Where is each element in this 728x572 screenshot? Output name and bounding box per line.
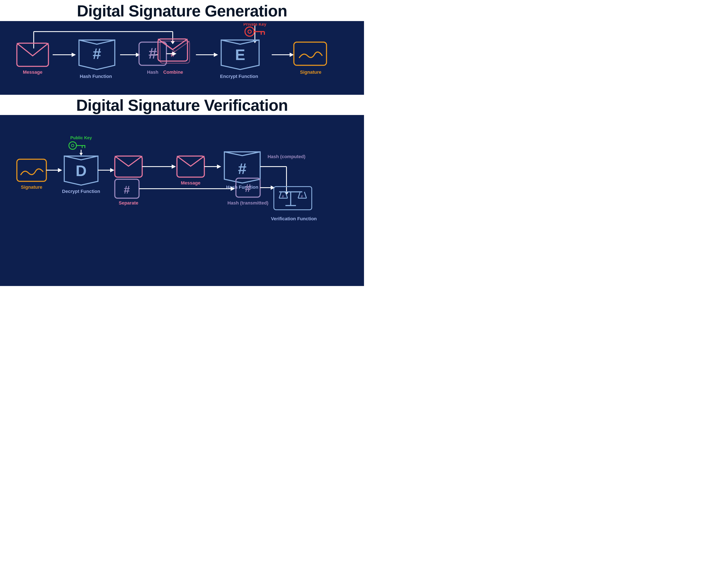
svg-text:#: # — [148, 45, 157, 62]
svg-marker-15 — [290, 53, 294, 57]
svg-marker-36 — [58, 168, 62, 172]
svg-text:#: # — [301, 195, 303, 198]
svg-text:Public Key: Public Key — [70, 135, 92, 140]
svg-text:#: # — [124, 184, 130, 196]
svg-text:#: # — [245, 182, 251, 194]
label-encryptfunc: Encrypt Function — [220, 74, 258, 79]
verification-title: Digital Signature Verification — [4, 97, 360, 114]
label-message-v: Message — [181, 180, 201, 186]
svg-marker-3 — [171, 41, 175, 44]
svg-marker-44 — [79, 153, 83, 156]
svg-line-68 — [279, 192, 281, 198]
label-sig-v: Signature — [21, 185, 42, 190]
svg-text:D: D — [76, 162, 86, 179]
generation-title: Digital Signature Generation — [4, 3, 360, 19]
label-hash: Hash — [147, 70, 158, 75]
svg-text:E: E — [235, 46, 245, 63]
svg-text:Private Key: Private Key — [244, 23, 267, 26]
svg-point-39 — [71, 144, 74, 147]
svg-text:#: # — [93, 45, 101, 62]
svg-point-26 — [245, 27, 254, 36]
svg-point-27 — [248, 30, 251, 33]
label-hash-computed: Hash (computed) — [268, 154, 306, 159]
svg-line-73 — [305, 192, 307, 198]
label-combine: Combine — [163, 70, 183, 75]
label-decrypt: Decrypt Function — [62, 189, 100, 194]
verification-diagram: Signature Public Key D — [13, 117, 351, 229]
label-message: Message — [23, 70, 43, 75]
label-hashfunc: Hash Function — [80, 74, 112, 79]
verification-title-panel: Digital Signature Verification — [0, 95, 364, 115]
generation-panel: Message # Hash Function # Hash — [0, 21, 364, 95]
svg-point-38 — [69, 142, 76, 149]
label-signature: Signature — [300, 70, 321, 75]
svg-marker-13 — [214, 53, 218, 57]
svg-text:#: # — [238, 160, 247, 177]
verification-panel: Signature Public Key D — [0, 115, 364, 286]
generation-title-panel: Digital Signature Generation — [0, 0, 364, 21]
svg-marker-7 — [72, 53, 76, 57]
label-separate: Separate — [119, 200, 138, 206]
label-verify-func: Verification Function — [271, 216, 317, 221]
svg-marker-55 — [217, 164, 221, 169]
svg-rect-24 — [294, 42, 327, 65]
svg-marker-47 — [110, 168, 114, 172]
svg-marker-52 — [172, 164, 176, 169]
svg-text:#: # — [282, 195, 284, 198]
generation-diagram: Message # Hash Function # Hash — [13, 23, 351, 90]
svg-line-71 — [298, 192, 300, 198]
label-hash-transmitted: Hash (transmitted) — [227, 200, 268, 206]
